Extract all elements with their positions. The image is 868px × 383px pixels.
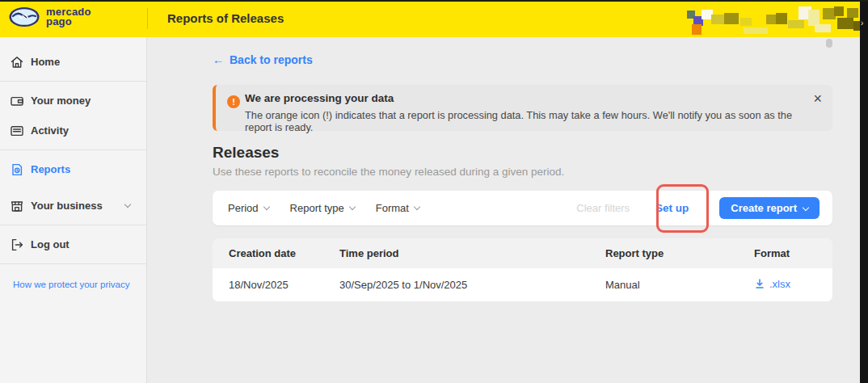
download-xlsx-link[interactable]: .xlsx	[754, 278, 790, 290]
chevron-down-icon	[414, 204, 420, 210]
app-header: mercado pago Reports of Releases	[0, 0, 868, 37]
sidebar: Home Your money Activity Reports	[0, 37, 147, 383]
table-row: 18/Nov/2025 30/Sep/2025 to 1/Nov/2025 Ma…	[213, 268, 832, 301]
mercado-pago-logo[interactable]: mercado pago	[8, 6, 91, 28]
sidebar-item-home[interactable]: Home	[0, 47, 146, 77]
app-window: mercado pago Reports of Releases	[0, 0, 868, 383]
chevron-down-icon	[124, 201, 131, 208]
home-icon	[10, 55, 24, 69]
logout-icon	[10, 238, 24, 252]
sidebar-item-label: Your money	[31, 95, 91, 107]
column-header-format: Format	[754, 247, 832, 259]
wallet-icon	[10, 94, 24, 108]
back-to-reports-link[interactable]: ← Back to reports	[213, 53, 313, 66]
sidebar-item-log-out[interactable]: Log out	[0, 229, 146, 259]
column-header-report-type: Report type	[605, 247, 754, 259]
sidebar-item-your-money[interactable]: Your money	[0, 86, 146, 116]
cell-report-type: Manual	[605, 279, 754, 291]
sidebar-item-label: Reports	[31, 163, 70, 175]
format-filter-label: Format	[376, 202, 409, 214]
store-icon	[10, 199, 24, 213]
report-type-filter-dropdown[interactable]: Report type	[290, 202, 355, 214]
sidebar-item-your-business[interactable]: Your business	[0, 191, 146, 221]
clear-filters-button[interactable]: Clear filters	[576, 202, 630, 214]
processing-banner: ! We are processing your data The orange…	[213, 85, 832, 131]
create-report-button[interactable]: Create report	[719, 197, 820, 219]
reports-table: Creation date Time period Report type Fo…	[213, 238, 832, 301]
window-top-edge	[0, 0, 868, 2]
create-report-label: Create report	[731, 202, 797, 214]
close-icon[interactable]: ×	[813, 91, 822, 106]
sidebar-divider	[0, 149, 146, 150]
scrollbar-thumb[interactable]	[826, 39, 832, 48]
section-subtitle: Use these reports to reconcile the money…	[213, 166, 564, 178]
download-icon	[754, 278, 765, 289]
privacy-link[interactable]: How we protect your privacy	[0, 268, 146, 289]
sidebar-divider	[0, 225, 146, 225]
table-header-row: Creation date Time period Report type Fo…	[213, 238, 832, 268]
chevron-down-icon	[263, 204, 269, 210]
logo-wordmark: mercado pago	[46, 7, 91, 27]
alert-icon: !	[227, 95, 240, 108]
download-link-label: .xlsx	[769, 278, 790, 290]
chevron-down-icon	[803, 204, 809, 210]
reports-icon	[10, 162, 24, 177]
chevron-down-icon	[349, 204, 356, 210]
sidebar-divider	[0, 263, 146, 264]
sidebar-item-label: Your business	[31, 200, 103, 212]
handshake-icon	[8, 6, 40, 28]
format-filter-dropdown[interactable]: Format	[376, 202, 419, 214]
redacted-account-info	[683, 5, 858, 36]
window-right-edge: ›	[860, 0, 868, 383]
banner-body: The orange icon (!) indicates that a rep…	[245, 109, 800, 133]
period-filter-dropdown[interactable]: Period	[228, 202, 269, 214]
sidebar-item-reports[interactable]: Reports	[0, 154, 146, 184]
column-header-creation-date: Creation date	[229, 247, 339, 259]
back-arrow-icon: ←	[213, 53, 224, 66]
sidebar-divider	[0, 81, 146, 82]
column-header-time-period: Time period	[339, 247, 605, 259]
page-title: Reports of Releases	[167, 0, 284, 37]
sidebar-item-label: Activity	[31, 124, 69, 137]
cell-creation-date: 18/Nov/2025	[229, 279, 339, 291]
cell-time-period: 30/Sep/2025 to 1/Nov/2025	[339, 279, 605, 291]
sidebar-item-label: Home	[31, 56, 60, 68]
section-title: Releases	[213, 144, 279, 162]
set-up-button[interactable]: Set up	[655, 202, 689, 214]
header-divider	[147, 8, 148, 29]
filter-bar: Period Report type Format Clear filters …	[213, 191, 832, 225]
period-filter-label: Period	[228, 202, 259, 214]
back-link-label: Back to reports	[230, 53, 313, 66]
sidebar-item-label: Log out	[31, 238, 70, 250]
banner-title: We are processing your data	[245, 92, 800, 104]
window-chevron-icon: ›	[861, 19, 863, 27]
report-type-filter-label: Report type	[290, 202, 344, 214]
activity-icon	[10, 124, 24, 138]
sidebar-item-activity[interactable]: Activity	[0, 116, 146, 145]
